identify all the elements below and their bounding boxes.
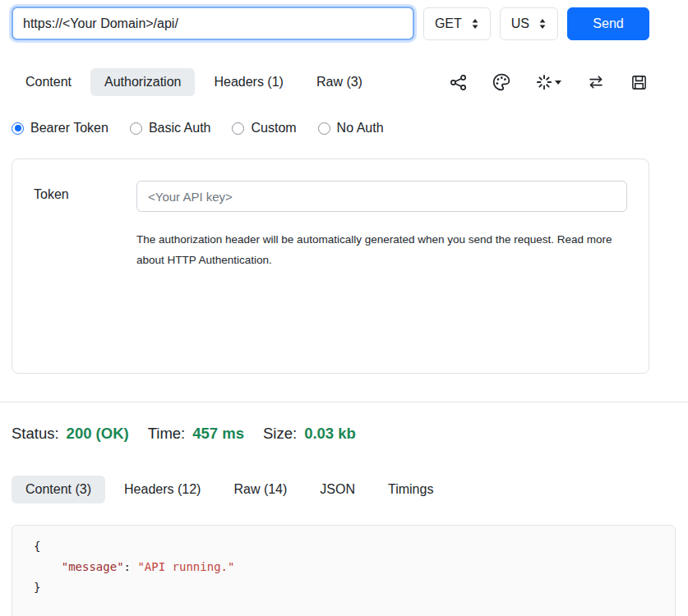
auth-option-label: No Auth (337, 121, 384, 136)
effects-dropdown-icon[interactable] (536, 74, 561, 90)
radio-icon (232, 122, 244, 135)
response-body: { "message": "API running." } (12, 525, 676, 616)
status-value: 200 (OK) (67, 425, 129, 443)
palette-icon[interactable] (492, 73, 510, 91)
tab-response-timings[interactable]: Timings (374, 476, 447, 503)
request-toolbar (450, 73, 649, 91)
radio-icon (318, 122, 330, 135)
tab-response-json[interactable]: JSON (306, 476, 369, 503)
token-label: Token (34, 181, 136, 270)
share-icon[interactable] (450, 74, 467, 91)
tab-response-headers[interactable]: Headers (12) (110, 476, 215, 503)
time-label: Time: (148, 425, 186, 443)
time-value: 457 ms (192, 425, 244, 443)
request-tabs-row: Content Authorization Headers (1) Raw (3… (12, 68, 649, 96)
save-icon[interactable] (630, 74, 648, 91)
swap-arrows-icon[interactable] (587, 74, 605, 90)
updown-arrows-icon (471, 18, 479, 30)
auth-option-bearer-token[interactable]: Bearer Token (12, 121, 109, 136)
region-select-value: US (511, 16, 529, 31)
method-select[interactable]: GET (423, 7, 491, 40)
tab-authorization[interactable]: Authorization (90, 68, 195, 96)
json-string-value: "API running." (137, 560, 234, 573)
json-open-brace: { (34, 540, 40, 553)
send-button[interactable]: Send (567, 7, 649, 40)
token-help-line-2: about HTTP Authentication. (136, 250, 627, 270)
tab-headers[interactable]: Headers (1) (200, 68, 297, 96)
request-tabs: Content Authorization Headers (1) Raw (3… (12, 68, 376, 96)
url-input[interactable] (12, 7, 414, 40)
auth-option-basic-auth[interactable]: Basic Auth (130, 121, 211, 136)
auth-option-label: Bearer Token (30, 121, 109, 136)
size-label: Size: (263, 425, 297, 443)
radio-icon (130, 122, 142, 135)
api-tester-page: GET US Send Content Authorization Header… (0, 0, 688, 616)
auth-type-group: Bearer Token Basic Auth Custom No Auth (12, 121, 688, 136)
auth-option-no-auth[interactable]: No Auth (318, 121, 384, 136)
token-help-line-1: The authorization header will be automat… (136, 229, 627, 250)
token-input[interactable] (136, 181, 627, 212)
method-select-value: GET (435, 16, 462, 31)
auth-option-label: Custom (251, 121, 296, 136)
token-panel: Token The authorization header will be a… (12, 159, 649, 374)
status-bar: Status: 200 (OK) Time: 457 ms Size: 0.03… (12, 425, 688, 443)
tab-content[interactable]: Content (12, 68, 85, 96)
response-tabs: Content (3) Headers (12) Raw (14) JSON T… (12, 476, 688, 503)
auth-option-label: Basic Auth (149, 121, 211, 136)
radio-checked-icon (12, 122, 24, 135)
token-help-text: The authorization header will be automat… (136, 229, 627, 270)
auth-option-custom[interactable]: Custom (232, 121, 296, 136)
json-close-brace: } (34, 581, 40, 594)
size-value: 0.03 kb (304, 425, 356, 443)
updown-arrows-icon (538, 18, 547, 30)
section-divider (0, 402, 688, 402)
tab-response-raw[interactable]: Raw (14) (219, 476, 301, 503)
token-row: Token The authorization header will be a… (34, 181, 627, 270)
json-indent (34, 560, 62, 573)
tab-raw[interactable]: Raw (3) (302, 68, 376, 96)
tab-response-content[interactable]: Content (3) (12, 476, 105, 503)
region-select[interactable]: US (500, 7, 558, 40)
status-label: Status: (12, 425, 59, 443)
json-separator: : (124, 560, 138, 573)
token-field-column: The authorization header will be automat… (136, 181, 627, 270)
json-key: "message" (62, 560, 124, 573)
burst-icon (536, 74, 552, 90)
request-bar: GET US Send (12, 7, 649, 40)
chevron-down-icon (555, 80, 561, 85)
